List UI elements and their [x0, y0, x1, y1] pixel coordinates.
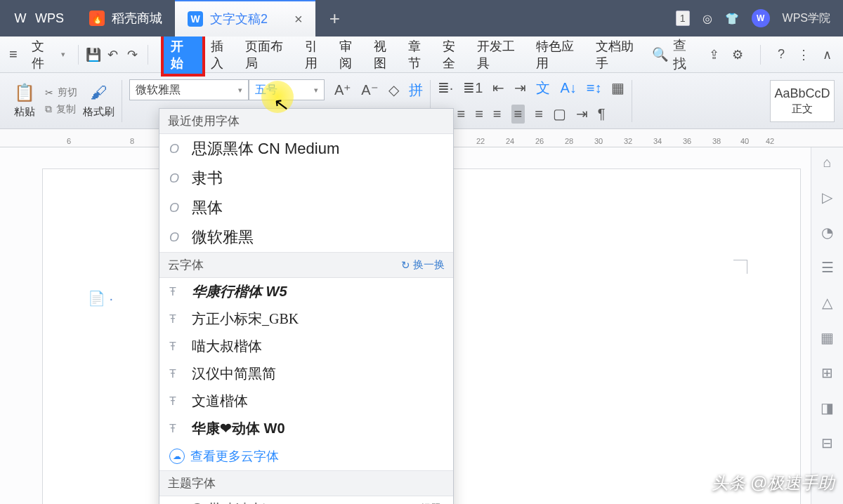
- academy-link[interactable]: WPS学院: [783, 11, 830, 26]
- new-tab-button[interactable]: +: [315, 0, 354, 37]
- justify-icon[interactable]: ≡: [511, 105, 525, 124]
- ribbon-tab-safety[interactable]: 安全: [438, 35, 471, 74]
- tab-label: 文字文稿2: [210, 11, 268, 27]
- rail-collapse-icon[interactable]: ⊟: [821, 435, 833, 451]
- border-icon[interactable]: ▦: [611, 79, 625, 96]
- flame-icon: 🔥: [89, 11, 105, 26]
- increase-indent-icon[interactable]: ⇥: [514, 79, 526, 96]
- undo-icon[interactable]: ↶: [105, 47, 122, 62]
- dd-recent-header: 最近使用字体: [159, 109, 453, 134]
- rail-more-icon[interactable]: ☰: [821, 259, 834, 276]
- shading-icon[interactable]: ▢: [553, 105, 566, 122]
- file-menu[interactable]: 文件 ▾: [26, 35, 70, 74]
- font-item[interactable]: Ŧ喵大叔楷体: [159, 333, 453, 360]
- grow-font-icon[interactable]: A⁺: [334, 81, 351, 98]
- format-painter-button[interactable]: 🖌 格式刷: [83, 83, 115, 119]
- tab-icon[interactable]: ⇥: [576, 105, 588, 122]
- ribbon-tab-review[interactable]: 审阅: [335, 35, 368, 74]
- cut-button[interactable]: ✂ 剪切: [45, 86, 77, 99]
- paragraph-group: ≣· ≣1 ⇤ ⇥ 文 A↓ ≡↕ ▦ ≡ ≡ ≡ ≡ ≡ ▢ ⇥ ¶: [432, 73, 631, 128]
- style-normal[interactable]: AaBbCcD 正文: [770, 80, 835, 122]
- sort-icon[interactable]: A↓: [560, 80, 576, 96]
- marks-icon[interactable]: ¶: [598, 106, 606, 122]
- brush-icon: 🖌: [91, 83, 107, 102]
- font-dropdown: 最近使用字体 O思源黑体 CN Medium O隶书 O黑体 O微软雅黑 云字体…: [159, 108, 454, 504]
- tab-document-active[interactable]: W 文字文稿2 ×: [175, 0, 315, 37]
- dd-theme-header: 主题字体: [159, 471, 453, 496]
- cloud-icon: ☁: [169, 449, 185, 464]
- font-name-combo[interactable]: 微软雅黑▾: [129, 79, 249, 100]
- search-icon: 🔍: [652, 46, 669, 62]
- align-left-icon[interactable]: ≡: [457, 106, 465, 122]
- page-doc-icon: 📄 ·: [88, 290, 113, 307]
- tshirt-icon[interactable]: 👕: [725, 12, 739, 25]
- ribbon-tab-dev[interactable]: 开发工具: [473, 35, 530, 74]
- menubar-right: 🔍查找 ⇪ ⚙ ? ⋮ ∧: [652, 37, 840, 73]
- save-icon[interactable]: 💾: [86, 47, 103, 62]
- ribbon-tab-layout[interactable]: 页面布局: [241, 35, 299, 74]
- numbering-icon[interactable]: ≣1: [463, 79, 483, 96]
- redo-icon[interactable]: ↷: [124, 47, 141, 62]
- tab-wps[interactable]: W WPS: [0, 0, 77, 37]
- align-center-icon[interactable]: ≡: [475, 106, 483, 122]
- line-spacing-icon[interactable]: ≡↕: [587, 80, 602, 96]
- clear-format-icon[interactable]: ◇: [388, 81, 399, 98]
- asian-layout-icon[interactable]: 文: [536, 79, 550, 98]
- ribbon-tab-featured[interactable]: 特色应用: [532, 35, 589, 74]
- paste-button[interactable]: 📋 粘贴: [10, 83, 39, 119]
- rail-home-icon[interactable]: ⌂: [823, 154, 831, 171]
- skin-icon[interactable]: ◎: [702, 12, 712, 25]
- ribbon-tabs: 开始 插入 页面布局 引用 审阅 视图 章节 安全 开发工具 特色应用 文档助手: [161, 33, 649, 77]
- font-item[interactable]: Ŧ汉仪中简黑简: [159, 360, 453, 387]
- close-icon[interactable]: ×: [294, 11, 303, 27]
- ribbon-tab-reference[interactable]: 引用: [301, 35, 334, 74]
- chevron-down-icon: ▾: [314, 86, 318, 95]
- copy-button[interactable]: ⧉ 复制: [45, 103, 77, 116]
- rail-clip-icon[interactable]: ◔: [821, 224, 833, 241]
- help-icon[interactable]: ?: [778, 47, 785, 62]
- more-cloud-fonts[interactable]: ☁查看更多云字体: [159, 442, 453, 470]
- ribbon-tab-insert[interactable]: 插入: [207, 35, 240, 74]
- doc-icon: W: [188, 11, 203, 27]
- ribbon-tab-assistant[interactable]: 文档助手: [592, 35, 649, 74]
- menu-bar: ≡ 文件 ▾ 💾 ↶ ↷ 开始 插入 页面布局 引用 审阅 视图 章节 安全 开…: [0, 37, 843, 73]
- tabbar-right: 1 ◎ 👕 W WPS学院: [676, 0, 843, 37]
- shrink-font-icon[interactable]: A⁻: [361, 81, 378, 98]
- distribute-icon[interactable]: ≡: [535, 106, 543, 122]
- clipboard-group: 📋 粘贴 ✂ 剪切 ⧉ 复制 🖌 格式刷: [4, 73, 120, 128]
- rail-select-icon[interactable]: ▷: [822, 189, 832, 206]
- font-item[interactable]: O微软雅黑: [159, 223, 453, 252]
- chevron-down-icon: ▾: [238, 86, 242, 95]
- tab-docer[interactable]: 🔥 稻壳商城: [77, 0, 175, 37]
- search-button[interactable]: 🔍查找: [652, 37, 696, 73]
- decrease-indent-icon[interactable]: ⇤: [492, 79, 504, 96]
- rail-sidebar-icon[interactable]: ◨: [821, 399, 834, 416]
- notify-badge[interactable]: 1: [676, 11, 690, 26]
- more-icon[interactable]: ⋮: [797, 47, 810, 62]
- font-item[interactable]: ŦCalibri Light(标题): [159, 496, 453, 504]
- font-item[interactable]: O隶书: [159, 164, 453, 193]
- phonetic-icon[interactable]: 拼: [409, 81, 423, 100]
- font-item[interactable]: Ŧ华康❤动体 W0: [159, 415, 453, 442]
- ribbon-tab-section[interactable]: 章节: [404, 35, 437, 74]
- rail-grid-icon[interactable]: ⊞: [821, 364, 833, 381]
- wps-badge-icon[interactable]: W: [752, 9, 770, 27]
- rail-table-icon[interactable]: ▦: [821, 329, 834, 346]
- rail-shape-icon[interactable]: △: [822, 294, 832, 311]
- ribbon-tab-view[interactable]: 视图: [370, 35, 403, 74]
- mouse-cursor: [273, 93, 291, 117]
- align-right-icon[interactable]: ≡: [493, 106, 502, 122]
- font-item[interactable]: Ŧ华康行楷体 W5: [159, 278, 453, 305]
- font-item[interactable]: O黑体: [159, 193, 453, 223]
- settings-icon[interactable]: ⚙: [732, 47, 743, 62]
- font-item[interactable]: Ŧ方正小标宋_GBK: [159, 305, 453, 333]
- font-item[interactable]: O思源黑体 CN Medium: [159, 134, 453, 164]
- share-icon[interactable]: ⇪: [709, 47, 719, 62]
- ribbon-tab-home[interactable]: 开始: [161, 33, 205, 77]
- cloud-swap-button[interactable]: ↻ 换一换: [401, 258, 445, 272]
- hamburger-icon[interactable]: ≡: [3, 46, 23, 62]
- font-item[interactable]: Ŧ文道楷体: [159, 387, 453, 415]
- collapse-ribbon-icon[interactable]: ∧: [823, 47, 832, 62]
- bullets-icon[interactable]: ≣·: [438, 79, 454, 96]
- title-tab-bar: W WPS 🔥 稻壳商城 W 文字文稿2 × + 1 ◎ 👕 W WPS学院: [0, 0, 843, 37]
